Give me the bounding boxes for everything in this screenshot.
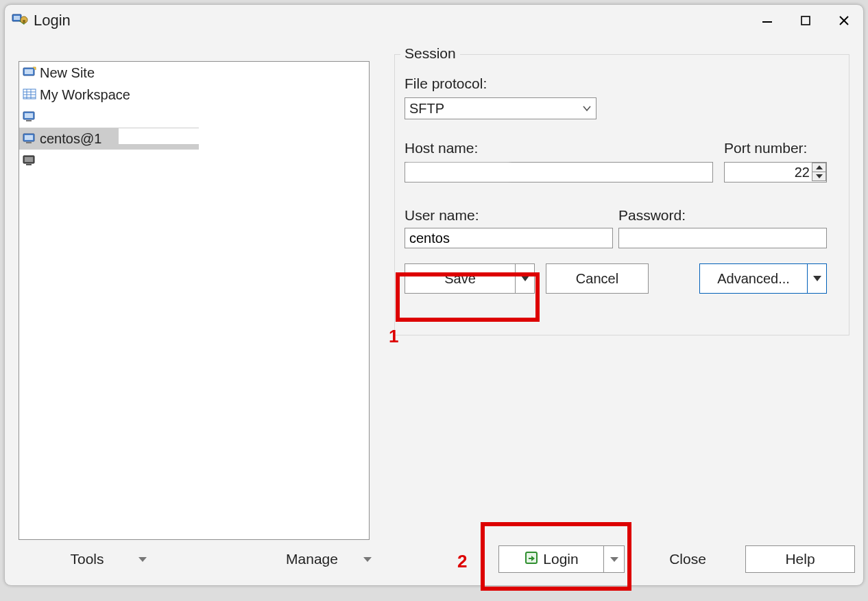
advanced-label: Advanced...	[717, 271, 809, 287]
tools-button[interactable]: Tools	[19, 545, 156, 573]
svg-rect-1	[14, 16, 20, 20]
monitor-icon	[22, 154, 37, 167]
annotation-number-1: 1	[389, 326, 398, 347]
chevron-down-icon	[138, 557, 147, 562]
session-group: Session File protocol: SFTP Host name: P…	[394, 54, 849, 335]
triangle-down-icon	[816, 174, 823, 178]
port-up-button[interactable]	[812, 163, 826, 172]
close-window-button[interactable]	[825, 7, 863, 34]
triangle-down-icon	[813, 276, 821, 281]
session-legend: Session	[400, 45, 460, 62]
save-button[interactable]: Save	[405, 263, 535, 294]
login-label: Login	[543, 551, 599, 567]
close-button[interactable]: Close	[636, 545, 740, 573]
chevron-down-icon	[610, 557, 618, 562]
svg-rect-9	[25, 69, 33, 74]
app-icon	[12, 12, 28, 29]
list-item-label: centos@1	[40, 131, 101, 147]
chevron-down-icon	[363, 557, 372, 562]
bottom-bar: Tools Manage Login Close Help	[13, 545, 855, 576]
help-button[interactable]: Help	[745, 545, 855, 573]
monitor-new-icon	[22, 66, 37, 80]
monitor-icon	[22, 110, 37, 123]
tools-label: Tools	[26, 551, 148, 567]
file-protocol-value: SFTP	[409, 101, 444, 117]
close-label: Close	[669, 551, 706, 567]
minimize-button[interactable]	[748, 7, 786, 34]
login-dropdown-button[interactable]	[603, 546, 624, 572]
svg-rect-23	[25, 157, 33, 162]
svg-line-6	[840, 16, 848, 25]
cancel-button[interactable]: Cancel	[546, 263, 649, 294]
host-name-label: Host name:	[405, 140, 478, 156]
advanced-dropdown-button[interactable]	[807, 264, 826, 293]
triangle-up-icon	[816, 165, 823, 169]
titlebar: Login	[5, 5, 863, 36]
list-item-new-site[interactable]: New Site	[19, 62, 369, 84]
port-down-button[interactable]	[812, 172, 826, 181]
annotation-number-2: 2	[457, 551, 467, 572]
port-number-value: 22	[795, 165, 810, 180]
list-item-workspace[interactable]: My Workspace	[19, 84, 369, 106]
advanced-button[interactable]: Advanced...	[699, 263, 827, 294]
login-icon	[524, 550, 539, 569]
svg-line-7	[840, 16, 848, 25]
svg-rect-5	[801, 16, 810, 25]
manage-button[interactable]: Manage	[243, 545, 381, 573]
list-item-label: New Site	[40, 65, 95, 81]
maximize-button[interactable]	[786, 7, 825, 34]
password-input[interactable]	[618, 228, 827, 248]
manage-label: Manage	[251, 551, 373, 567]
login-button[interactable]: Login	[498, 545, 625, 573]
user-name-input[interactable]	[405, 228, 613, 248]
chevron-down-icon	[582, 101, 592, 117]
triangle-down-icon	[521, 276, 529, 281]
list-item-label: My Workspace	[40, 87, 130, 103]
password-label: Password:	[618, 207, 686, 224]
help-label: Help	[785, 551, 815, 567]
svg-rect-24	[26, 164, 32, 165]
cancel-label: Cancel	[576, 271, 618, 287]
user-name-label: User name:	[405, 207, 479, 224]
file-protocol-label: File protocol:	[405, 75, 487, 92]
port-number-spinner[interactable]: 22	[724, 162, 827, 182]
save-dropdown-button[interactable]	[515, 264, 534, 293]
site-list[interactable]: New Site My Workspace centos@1	[19, 61, 370, 540]
save-label: Save	[444, 271, 495, 287]
login-dialog: Login New Site	[4, 4, 864, 586]
port-number-label: Port number:	[724, 140, 807, 156]
file-protocol-select[interactable]: SFTP	[405, 97, 596, 119]
window-title: Login	[34, 12, 71, 30]
svg-rect-18	[26, 120, 32, 121]
svg-rect-17	[25, 113, 33, 118]
workspace-icon	[22, 88, 37, 102]
svg-rect-3	[23, 20, 25, 23]
svg-rect-21	[26, 142, 32, 143]
monitor-icon	[22, 132, 37, 145]
svg-rect-20	[25, 135, 33, 140]
